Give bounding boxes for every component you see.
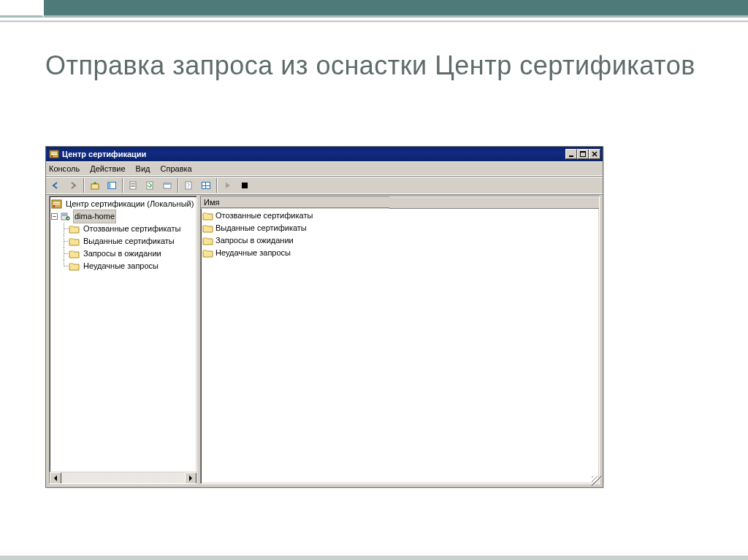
folder-icon (69, 249, 80, 258)
tree-item[interactable]: Неудачные запросы (50, 260, 196, 272)
menu-action[interactable]: Действие (90, 164, 125, 173)
tree-item[interactable]: Запросы в ожидании (50, 248, 196, 260)
toolbar-separator (216, 178, 218, 193)
toolbar-forward-button[interactable] (65, 177, 81, 193)
toolbar-stop-button[interactable] (237, 177, 253, 193)
svg-rect-24 (242, 183, 248, 188)
list-item-label: Выданные сертификаты (215, 222, 308, 234)
toolbar-separator (122, 178, 123, 193)
svg-text:?: ? (187, 183, 190, 189)
svg-rect-9 (91, 184, 99, 189)
collapse-icon[interactable]: – (51, 213, 58, 220)
window-buttons (565, 149, 601, 159)
tree-item-label: Выданные сертификаты (82, 235, 176, 248)
toolbar: ? (46, 176, 603, 195)
tree-view[interactable]: Центр сертификации (Локальный) – dima-ho… (50, 196, 196, 472)
toolbar-back-button[interactable] (48, 177, 64, 193)
tree-ca-label: dima-home (73, 210, 116, 223)
svg-rect-11 (108, 183, 111, 189)
folder-icon (202, 248, 213, 258)
svg-rect-18 (164, 183, 171, 185)
app-icon (49, 149, 59, 159)
list-item-label: Запросы в ожидании (215, 234, 295, 247)
list-item[interactable]: Выданные сертификаты (201, 222, 599, 234)
slide: Отправка запроса из оснастки Центр серти… (0, 0, 748, 560)
tree-item-label: Отозванные сертификаты (82, 223, 182, 235)
folder-icon (202, 223, 213, 233)
svg-rect-14 (131, 185, 135, 185)
list-item-label: Отозванные сертификаты (215, 210, 314, 222)
menu-help[interactable]: Справка (161, 164, 192, 173)
folder-icon (69, 224, 80, 234)
window-body: Центр сертификации (Локальный) – dima-ho… (49, 196, 600, 484)
slide-bottom-border (0, 556, 748, 560)
toolbar-separator (83, 178, 85, 193)
slide-top-band (0, 0, 748, 18)
scroll-left-button[interactable] (50, 472, 61, 484)
menu-console[interactable]: Консоль (49, 164, 80, 173)
tree-item-label: Запросы в ожидании (82, 248, 163, 260)
toolbar-up-button[interactable] (87, 177, 103, 193)
left-horizontal-scrollbar[interactable] (50, 472, 196, 483)
tree-root-label: Центр сертификации (Локальный) (64, 198, 195, 210)
tree-item[interactable]: Отозванные сертификаты (50, 223, 196, 235)
svg-point-28 (53, 205, 56, 207)
window-title: Центр сертификации (62, 150, 565, 158)
list-item[interactable]: Запросы в ожидании (201, 234, 599, 247)
toolbar-view-button[interactable] (198, 177, 214, 193)
folder-icon (69, 237, 80, 246)
toolbar-separator (178, 178, 179, 193)
toolbar-properties-button[interactable] (126, 177, 142, 193)
list-item[interactable]: Неудачные запросы (201, 247, 599, 259)
svg-rect-2 (51, 154, 57, 155)
band-white (0, 0, 44, 18)
scrollbar-track[interactable] (61, 472, 185, 483)
right-pane: Имя Отозванные сертификаты Выданные серт… (200, 196, 600, 484)
list-view[interactable]: Отозванные сертификаты Выданные сертифик… (201, 209, 599, 483)
tree-ca-node[interactable]: – dima-home (50, 210, 196, 223)
svg-rect-1 (51, 153, 57, 153)
column-header-filler (389, 196, 599, 209)
svg-point-3 (51, 156, 53, 158)
maximize-button[interactable] (577, 149, 589, 159)
cert-authority-icon (51, 199, 62, 209)
toolbar-show-hide-tree-button[interactable] (104, 177, 120, 193)
band-teal (44, 0, 748, 18)
svg-rect-26 (53, 202, 60, 203)
folder-icon (202, 236, 213, 245)
svg-rect-30 (62, 214, 66, 216)
folder-icon (202, 211, 213, 220)
server-icon (60, 212, 71, 221)
column-header-label: Имя (204, 198, 219, 207)
svg-rect-6 (580, 151, 586, 153)
minimize-button[interactable] (565, 149, 577, 159)
menubar: Консоль Действие Вид Справка (46, 161, 603, 176)
slide-title: Отправка запроса из оснастки Центр серти… (45, 50, 704, 81)
list-item[interactable]: Отозванные сертификаты (201, 210, 599, 222)
svg-rect-27 (53, 204, 60, 204)
app-window: Центр сертификации Консоль Действие Вид … (45, 146, 603, 488)
folder-icon (69, 261, 80, 271)
window-titlebar[interactable]: Центр сертификации (46, 147, 603, 161)
tree-item-label: Неудачные запросы (82, 260, 160, 272)
left-pane: Центр сертификации (Локальный) – dima-ho… (49, 196, 197, 484)
tree-item[interactable]: Выданные сертификаты (50, 235, 196, 248)
svg-rect-13 (131, 183, 135, 184)
column-headers: Имя (201, 196, 599, 209)
svg-rect-23 (202, 185, 210, 186)
column-header-name[interactable]: Имя (200, 196, 390, 208)
menu-view[interactable]: Вид (136, 164, 150, 173)
svg-rect-15 (131, 186, 135, 187)
svg-rect-4 (569, 156, 573, 157)
toolbar-play-button[interactable] (220, 177, 236, 193)
list-item-label: Неудачные запросы (215, 247, 292, 259)
slide-rule2 (0, 22, 748, 23)
close-button[interactable] (589, 149, 600, 159)
tree-root[interactable]: Центр сертификации (Локальный) (50, 198, 196, 210)
size-grip[interactable] (592, 476, 602, 486)
toolbar-export-button[interactable] (159, 177, 175, 193)
toolbar-help-button[interactable]: ? (181, 177, 197, 193)
toolbar-refresh-button[interactable] (142, 177, 159, 193)
scroll-right-button[interactable] (185, 472, 196, 484)
